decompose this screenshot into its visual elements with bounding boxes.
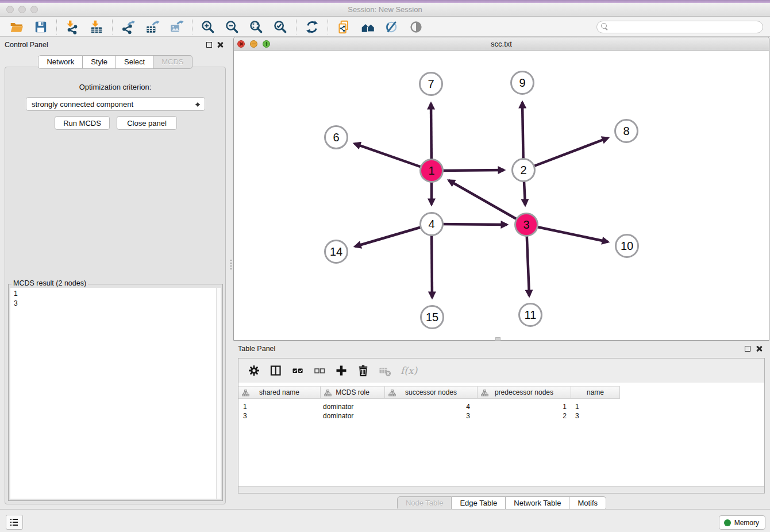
import-table-icon[interactable]	[88, 18, 105, 36]
control-panel-header: Control Panel	[0, 37, 230, 52]
node-4[interactable]: 4	[419, 212, 444, 236]
node-8[interactable]: 8	[614, 119, 638, 143]
zoom-out-icon[interactable]	[224, 18, 241, 36]
window-title: Session: New Session	[0, 5, 770, 14]
column-header-successor-nodes[interactable]: successor nodes	[385, 386, 478, 399]
table-settings-gear-icon[interactable]	[245, 362, 263, 379]
export-table-icon[interactable]	[144, 18, 161, 36]
result-line: 1	[14, 289, 18, 299]
open-session-icon[interactable]	[8, 18, 25, 36]
task-history-button[interactable]	[6, 515, 23, 530]
column-header-predecessor-nodes[interactable]: predecessor nodes	[478, 386, 571, 399]
node-label: 3	[523, 218, 529, 232]
control-panel-tabs: Network Style Select MCDS	[0, 55, 230, 69]
share-session-icon[interactable]	[335, 18, 352, 36]
splitter-grip[interactable]	[230, 260, 232, 270]
export-network-icon[interactable]	[120, 18, 137, 36]
column-label: predecessor nodes	[495, 388, 553, 396]
float-panel-icon[interactable]	[206, 42, 212, 48]
home-icon[interactable]	[359, 18, 376, 36]
node-label: 6	[333, 131, 339, 144]
deselect-all-columns-icon[interactable]	[311, 362, 328, 379]
table-header-row: shared name MCDS role successor nodes pr…	[238, 386, 764, 399]
float-panel-icon[interactable]	[745, 346, 750, 352]
export-image-icon[interactable]	[168, 18, 185, 36]
zoom-selected-icon[interactable]	[272, 18, 289, 36]
splitter-grip[interactable]	[495, 337, 500, 341]
cytoscape-app: Session: New Session	[0, 0, 770, 532]
cell-shared-name[interactable]: 3	[238, 411, 321, 421]
zoom-in-icon[interactable]	[199, 18, 217, 36]
cell-name[interactable]: 1	[571, 402, 620, 411]
toolbar-separator	[112, 20, 113, 34]
cell-successor-nodes[interactable]: 3	[385, 411, 478, 421]
zoom-fit-icon[interactable]	[248, 18, 265, 36]
table-toolbar: f(x)	[238, 358, 764, 383]
tab-network[interactable]: Network	[38, 55, 83, 69]
cell-successor-nodes[interactable]: 4	[385, 402, 478, 411]
column-type-icon	[242, 390, 249, 397]
network-window-title: scc.txt	[234, 40, 769, 48]
node-label: 11	[525, 309, 537, 322]
show-column-panel-icon[interactable]	[267, 362, 284, 379]
edge-3-10[interactable]	[526, 225, 608, 242]
cell-mcds-role[interactable]: dominator	[321, 402, 385, 411]
refresh-layout-icon[interactable]	[303, 18, 321, 36]
node-label: 9	[519, 76, 525, 90]
run-mcds-button[interactable]: Run MCDS	[55, 116, 110, 130]
tab-node-table[interactable]: Node Table	[397, 496, 452, 510]
table-row[interactable]: 3 dominator 3 2 3	[238, 411, 764, 421]
node-3[interactable]: 3	[514, 213, 538, 237]
column-header-mcds-role[interactable]: MCDS role	[321, 386, 385, 399]
tab-style[interactable]: Style	[83, 55, 116, 69]
node-2[interactable]: 2	[511, 158, 536, 182]
close-panel-icon[interactable]	[217, 41, 224, 48]
search-field	[596, 21, 763, 33]
memory-status-icon	[724, 519, 731, 526]
result-scrollbar[interactable]	[216, 288, 221, 499]
tab-edge-table[interactable]: Edge Table	[452, 496, 506, 510]
table-horizontal-scrollbar[interactable]	[238, 486, 764, 493]
edge-2-8[interactable]	[523, 138, 608, 170]
node-label: 4	[428, 218, 434, 231]
edge-3-1[interactable]	[449, 180, 526, 225]
cell-name[interactable]: 3	[571, 411, 620, 421]
cell-shared-name[interactable]: 1	[238, 402, 321, 411]
import-network-icon[interactable]	[64, 18, 81, 36]
tab-mcds[interactable]: MCDS	[153, 55, 192, 69]
network-canvas[interactable]: 1 2 3 4 6 7 8 9 10 11 14 15	[234, 51, 769, 340]
tab-network-table[interactable]: Network Table	[506, 496, 569, 510]
tab-motifs[interactable]: Motifs	[569, 496, 606, 510]
save-session-icon[interactable]	[32, 18, 49, 36]
tab-select[interactable]: Select	[116, 55, 153, 69]
close-panel-icon[interactable]	[756, 345, 763, 352]
node-label: 15	[426, 311, 438, 324]
node-11[interactable]: 11	[518, 303, 542, 327]
close-panel-button[interactable]: Close panel	[117, 116, 177, 130]
search-input[interactable]	[596, 21, 763, 33]
result-line: 3	[14, 299, 18, 309]
table-row[interactable]: 1 dominator 4 1 1	[238, 402, 764, 411]
column-header-name[interactable]: name	[571, 386, 620, 399]
mcds-result-textarea[interactable]: 1 3	[10, 288, 221, 499]
cell-predecessor-nodes[interactable]: 2	[478, 411, 571, 421]
hide-graphics-details-icon[interactable]	[383, 18, 401, 36]
node-1[interactable]: 1	[419, 159, 444, 183]
cell-mcds-role[interactable]: dominator	[321, 411, 385, 421]
node-14[interactable]: 14	[324, 240, 348, 264]
select-all-columns-icon[interactable]	[289, 362, 306, 379]
node-15[interactable]: 15	[420, 305, 444, 329]
criterion-select[interactable]: strongly connected component	[26, 97, 205, 111]
column-header-shared-name[interactable]: shared name	[238, 386, 321, 399]
delete-column-icon[interactable]	[355, 362, 372, 379]
presentation-mode-icon[interactable]	[407, 18, 425, 36]
node-6[interactable]: 6	[324, 125, 348, 149]
cell-predecessor-nodes[interactable]: 1	[478, 402, 571, 411]
node-10[interactable]: 10	[615, 234, 639, 258]
node-9[interactable]: 9	[510, 71, 534, 95]
edges-layer	[234, 51, 769, 340]
node-7[interactable]: 7	[419, 72, 443, 96]
memory-button[interactable]: Memory	[719, 515, 765, 530]
control-panel: Control Panel Network Style Select MCDS …	[0, 37, 230, 509]
create-column-icon[interactable]	[333, 362, 350, 379]
